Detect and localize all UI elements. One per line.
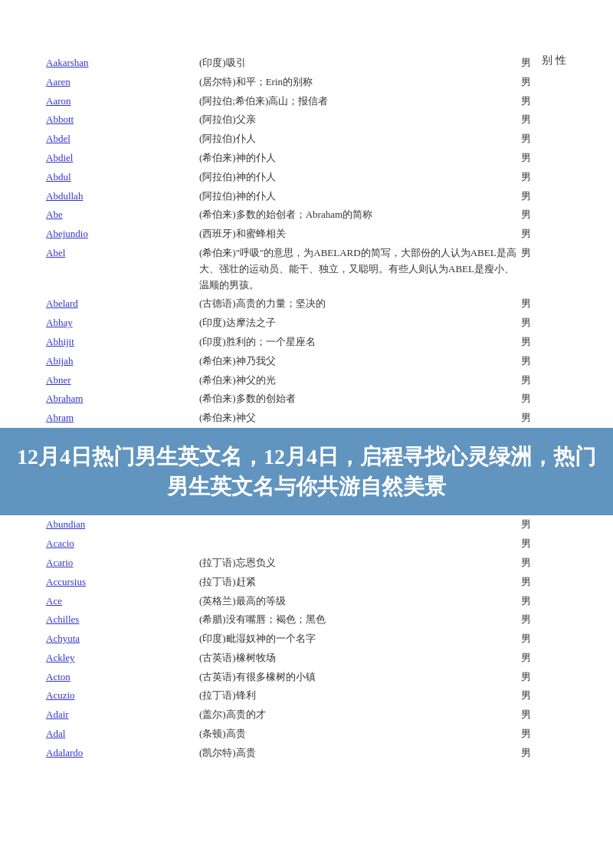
name-link[interactable]: Abhay: [46, 317, 73, 328]
name-link[interactable]: Abdul: [46, 171, 71, 182]
name-link[interactable]: Abner: [46, 374, 71, 386]
meaning-cell: (条顿)高贵: [199, 726, 521, 742]
name-link[interactable]: Adalardo: [46, 747, 83, 758]
name-cell[interactable]: Ace: [46, 593, 199, 610]
meaning-cell: (印度)胜利的；一个星座名: [199, 334, 521, 350]
name-link[interactable]: Abhijit: [46, 336, 74, 347]
table-row: Adal(条顿)高贵男: [46, 725, 567, 744]
gender-cell: 男: [521, 315, 567, 331]
name-link[interactable]: Abe: [46, 209, 63, 220]
name-cell[interactable]: Adair: [46, 707, 199, 723]
table-row: Abel(希伯来)"呼吸"的意思，为ABELARD的简写，大部份的人认为ABEL…: [46, 244, 567, 294]
name-cell[interactable]: Abdul: [46, 169, 199, 186]
name-cell[interactable]: Abdel: [46, 131, 199, 147]
table-row: Abejundio(西班牙)和蜜蜂相关男: [46, 225, 567, 244]
name-cell[interactable]: Abner: [46, 373, 199, 389]
table-row: Abhijit(印度)胜利的；一个星座名男: [46, 333, 567, 352]
name-cell[interactable]: Abdullah: [46, 189, 199, 205]
table-row: Abe(希伯来)多数的始创者；Abraham的简称男: [46, 205, 567, 225]
name-link[interactable]: Abdel: [46, 133, 70, 144]
meaning-cell: (印度)达摩法之子: [199, 315, 521, 331]
name-link[interactable]: Acuzio: [46, 689, 75, 701]
meaning-cell: (拉丁语)忘恩负义: [199, 555, 521, 571]
gender-cell: 男: [521, 650, 567, 666]
name-link[interactable]: Abejundio: [46, 228, 88, 239]
meaning-cell: (古英语)有很多橡树的小镇: [199, 669, 521, 686]
name-link[interactable]: Ackley: [46, 652, 75, 663]
name-link[interactable]: Abel: [46, 247, 65, 258]
name-link[interactable]: Acton: [46, 671, 70, 682]
name-cell[interactable]: Abhay: [46, 315, 199, 331]
name-link[interactable]: Abraham: [46, 393, 83, 404]
names-table: 性别 Aakarshan(印度)吸引男Aaren(居尔特)和平；Erin的别称男…: [46, 46, 567, 763]
table-row: Abdel(阿拉伯)仆人男: [46, 130, 567, 149]
meaning-cell: (居尔特)和平；Erin的别称: [199, 74, 521, 90]
name-cell[interactable]: Adal: [46, 726, 199, 742]
meaning-cell: (凯尔特)高贵: [199, 745, 521, 761]
name-link[interactable]: Abelard: [46, 298, 78, 309]
name-cell[interactable]: Accursius: [46, 574, 199, 590]
name-link[interactable]: Achyuta: [46, 633, 80, 644]
name-link[interactable]: Abdullah: [46, 190, 83, 202]
name-cell[interactable]: Abel: [46, 245, 199, 261]
meaning-cell: (阿拉伯;希伯来)高山；报信者: [199, 94, 521, 110]
name-link[interactable]: Aaron: [46, 95, 71, 107]
name-cell[interactable]: Ackley: [46, 650, 199, 666]
name-cell[interactable]: Abelard: [46, 296, 199, 312]
name-link[interactable]: Aaren: [46, 76, 70, 87]
gender-cell: 男: [521, 226, 567, 242]
meaning-cell: (阿拉伯)神的仆人: [199, 189, 521, 205]
name-cell[interactable]: Abijah: [46, 353, 199, 370]
name-cell[interactable]: Abraham: [46, 391, 199, 407]
name-link[interactable]: Abdiel: [46, 152, 73, 163]
name-cell[interactable]: Abe: [46, 207, 199, 223]
name-cell[interactable]: Abdiel: [46, 150, 199, 166]
name-cell[interactable]: Abhijit: [46, 334, 199, 350]
gender-cell: 男: [521, 707, 567, 723]
gender-cell: 男: [521, 726, 567, 742]
name-link[interactable]: Achilles: [46, 613, 79, 625]
name-cell[interactable]: Acton: [46, 669, 199, 686]
meaning-cell: (希腊)没有嘴唇；褐色；黑色: [199, 612, 521, 628]
gender-cell: 男: [521, 373, 567, 389]
name-cell[interactable]: Acario: [46, 555, 199, 571]
name-link[interactable]: Acario: [46, 557, 73, 568]
meaning-cell: (古英语)橡树牧场: [199, 650, 521, 666]
name-link[interactable]: Abijah: [46, 355, 73, 367]
meaning-cell: (盖尔)高贵的才: [199, 707, 521, 723]
name-link[interactable]: Ace: [46, 595, 62, 607]
name-link[interactable]: Adal: [46, 728, 65, 739]
name-cell[interactable]: Aaron: [46, 94, 199, 110]
meaning-cell: (拉丁语)赶紧: [199, 574, 521, 590]
name-link[interactable]: Accursius: [46, 576, 86, 587]
table-row: Abdiel(希伯来)神的仆人男: [46, 149, 567, 168]
name-cell[interactable]: Adalardo: [46, 745, 199, 761]
name-cell[interactable]: Abejundio: [46, 226, 199, 242]
name-link[interactable]: Adair: [46, 709, 69, 720]
gender-cell: 男: [521, 593, 567, 610]
name-cell[interactable]: Aaren: [46, 74, 199, 90]
gender-cell: 男: [521, 612, 567, 628]
table-row: Achyuta(印度)毗湿奴神的一个名字男: [46, 630, 567, 649]
gender-cell: 男: [521, 334, 567, 350]
name-cell[interactable]: Achilles: [46, 612, 199, 628]
name-cell[interactable]: Acacio: [46, 536, 199, 552]
gender-cell: 男: [521, 150, 567, 166]
name-link[interactable]: Abbott: [46, 113, 74, 125]
name-link[interactable]: Abram: [46, 412, 74, 423]
name-cell[interactable]: Achyuta: [46, 631, 199, 647]
name-link[interactable]: Abundian: [46, 518, 85, 530]
name-link[interactable]: Acacio: [46, 538, 74, 549]
name-cell[interactable]: Abundian: [46, 517, 199, 533]
promotional-banner[interactable]: 12月4日热门男生英文名，12月4日，启程寻找心灵绿洲，热门男生英文名与你共游自…: [0, 428, 613, 515]
name-link[interactable]: Aakarshan: [46, 57, 89, 68]
table-row: Ace(英格兰)最高的等级男: [46, 592, 567, 611]
gender-cell: 男: [521, 353, 567, 370]
name-cell[interactable]: Abram: [46, 410, 199, 426]
name-cell[interactable]: Abbott: [46, 112, 199, 128]
table-row: Abner(希伯来)神父的光男: [46, 371, 567, 390]
name-cell[interactable]: Aakarshan: [46, 55, 199, 71]
gender-cell: 男: [521, 745, 567, 761]
meaning-cell: (希伯来)神父的光: [199, 373, 521, 389]
name-cell[interactable]: Acuzio: [46, 688, 199, 704]
